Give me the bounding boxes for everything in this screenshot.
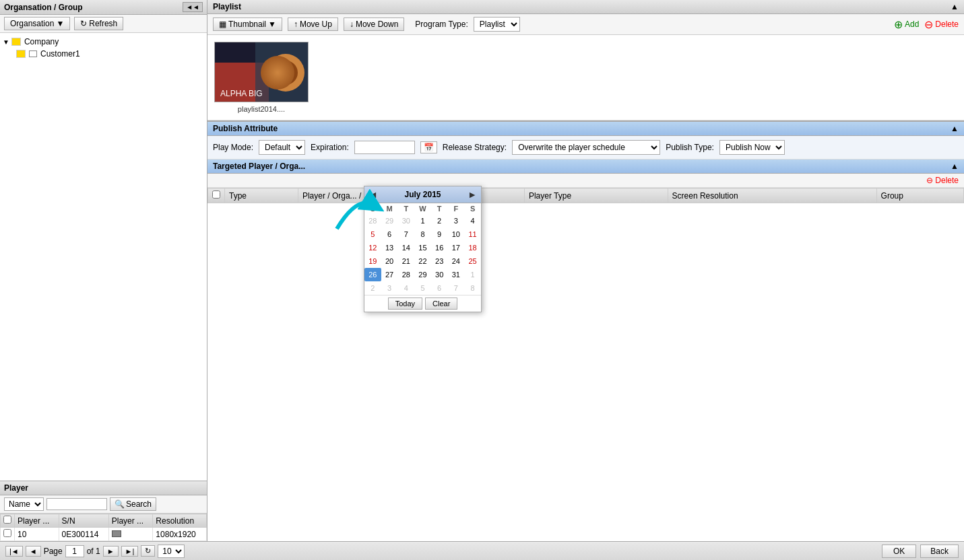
cal-day-2-1[interactable]: 13 [381,241,398,254]
play-mode-label: Play Mode: [213,143,253,152]
cal-day-1-3[interactable]: 8 [414,228,431,241]
publish-scroll-up[interactable]: ▲ [951,124,959,133]
cal-day-5-4[interactable]: 6 [431,281,448,295]
tree-item-company[interactable]: ▼ Company [3,36,204,48]
move-down-btn[interactable]: ↓ Move Down [344,18,404,31]
cal-day-3-4[interactable]: 23 [431,254,448,268]
play-mode-select[interactable]: Default [259,140,305,155]
cal-day-1-4[interactable]: 9 [431,228,448,241]
subfolder-icon [16,50,26,58]
ok-button[interactable]: OK [882,545,916,558]
targeted-delete-label: Delete [935,176,959,185]
cal-day-5-3[interactable]: 5 [414,281,431,295]
targeted-delete-btn[interactable]: ⊖ Delete [926,176,959,185]
calendar-button[interactable]: 📅 [420,141,437,153]
player-table: Player ... S/N Player ... Resolution 10 … [0,514,207,541]
right-panel: Playlist ▲ ▦ Thumbnail ▼ ↑ Move Up ↓ Mov… [207,0,964,541]
cal-day-5-6[interactable]: 8 [464,281,481,295]
cal-day-4-2[interactable]: 28 [397,268,414,281]
player-search-input[interactable] [46,498,107,510]
cal-day-1-0[interactable]: 5 [364,228,381,241]
cal-day-0-3[interactable]: 1 [414,214,431,228]
col-player-type: Player ... [108,514,153,528]
scroll-up-btn[interactable]: ▲ [951,2,959,11]
cal-day-3-3[interactable]: 22 [414,254,431,268]
prev-page-btn[interactable]: ◄ [26,546,41,557]
page-input[interactable] [65,545,84,557]
add-icon: ⊕ [894,18,903,31]
cal-day-4-3[interactable]: 29 [414,268,431,281]
expand-icon: ▼ [3,38,9,46]
cal-day-3-1[interactable]: 20 [381,254,398,268]
expiration-input[interactable] [354,141,415,154]
publish-attribute-section: Publish Attribute ▲ Play Mode: Default E… [207,120,964,160]
targeted-select-all[interactable] [212,190,220,199]
cal-day-4-1[interactable]: 27 [381,268,398,281]
org-dropdown-arrow: ▼ [56,19,64,28]
tree-item-customer1[interactable]: Customer1 [3,48,204,60]
cal-day-2-4[interactable]: 16 [431,241,448,254]
cal-day-4-5[interactable]: 31 [448,268,465,281]
col-sn: S/N [59,514,108,528]
svg-text:ALPHA BIG: ALPHA BIG [220,89,263,98]
next-page-btn[interactable]: ► [103,546,119,557]
collapse-btn[interactable]: ◄◄ [183,2,203,12]
cal-day-0-4[interactable]: 2 [431,214,448,228]
cal-day-2-3[interactable]: 15 [414,241,431,254]
cal-clear-btn[interactable]: Clear [425,298,457,310]
cal-day-1-1[interactable]: 6 [381,228,398,241]
cal-day-0-2[interactable]: 30 [397,214,414,228]
cal-day-4-4[interactable]: 30 [431,268,448,281]
cal-day-3-0[interactable]: 19 [364,254,381,268]
cal-day-5-2[interactable]: 4 [397,281,414,295]
cal-day-2-5[interactable]: 17 [448,241,465,254]
day-header-t1: T [397,203,414,214]
back-button[interactable]: Back [920,545,959,558]
cal-day-4-0[interactable]: 26 [364,268,381,281]
cal-day-1-5[interactable]: 10 [448,228,465,241]
release-strategy-select[interactable]: Overwrite the player schedule [512,140,660,155]
row-checkbox[interactable] [3,529,11,537]
first-page-btn[interactable]: |◄ [5,546,23,557]
cal-day-5-1[interactable]: 3 [381,281,398,295]
refresh-btn[interactable]: ↻ Refresh [74,17,123,30]
cal-prev-btn[interactable]: ◄ [368,189,378,200]
targeted-scroll-up[interactable]: ▲ [951,162,959,171]
delete-button[interactable]: ⊖ Delete [924,18,959,31]
page-size-select[interactable]: 10 [158,545,185,558]
folder-icon [11,38,21,46]
cal-day-0-5[interactable]: 3 [448,214,465,228]
publish-controls: Play Mode: Default Expiration: 📅 Release… [207,136,964,160]
cal-day-3-6[interactable]: 25 [464,254,481,268]
add-button[interactable]: ⊕ Add [894,18,919,31]
thumbnail-btn[interactable]: ▦ Thumbnail ▼ [213,18,282,31]
cal-day-1-6[interactable]: 11 [464,228,481,241]
cal-day-2-6[interactable]: 18 [464,241,481,254]
cal-day-0-1[interactable]: 29 [381,214,398,228]
cal-day-3-2[interactable]: 21 [397,254,414,268]
cal-day-2-0[interactable]: 12 [364,241,381,254]
search-button[interactable]: 🔍 Search [110,497,156,511]
page-label: Page [44,547,63,556]
thumbnail-item: ALPHA BIG playlist2014.... [214,42,309,113]
cal-day-0-0[interactable]: 28 [364,214,381,228]
reload-btn[interactable]: ↻ [141,545,155,557]
publish-type-select[interactable]: Publish Now [719,140,785,155]
cal-today-btn[interactable]: Today [388,298,422,310]
cal-day-3-5[interactable]: 24 [448,254,465,268]
player-search-type[interactable]: Name [4,497,44,511]
program-type-select[interactable]: Playlist [474,17,520,32]
cal-day-5-0[interactable]: 2 [364,281,381,295]
move-up-btn[interactable]: ↑ Move Up [288,18,338,31]
cal-day-5-5[interactable]: 7 [448,281,465,295]
cal-day-1-2[interactable]: 7 [397,228,414,241]
last-page-btn[interactable]: ►| [121,546,139,557]
targeted-col-type: Type [225,188,298,203]
select-all-checkbox[interactable] [3,516,11,524]
cal-day-2-2[interactable]: 14 [397,241,414,254]
cal-day-0-6[interactable]: 4 [464,214,481,228]
cal-day-4-6[interactable]: 1 [464,268,481,281]
org-dropdown-btn[interactable]: Organsation ▼ [4,17,70,30]
cal-next-btn[interactable]: ► [468,189,477,200]
thumbnail-image[interactable]: ALPHA BIG [214,42,309,102]
